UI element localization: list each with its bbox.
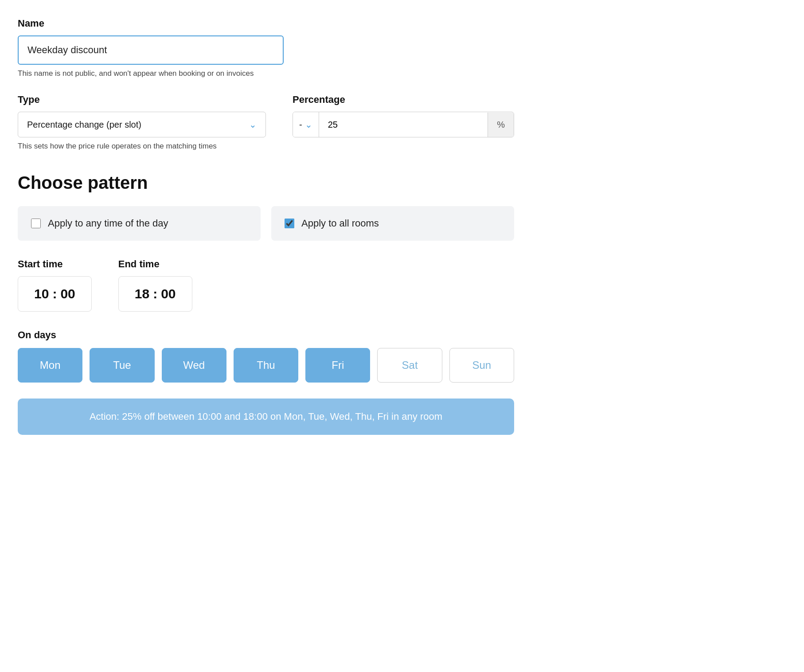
days-row: MonTueWedThuFriSatSun [18, 348, 514, 383]
type-section: Type Percentage change (per slot) ⌄ This… [18, 94, 266, 151]
start-time-box[interactable]: 10 : 00 [18, 276, 92, 312]
day-btn-sat[interactable]: Sat [377, 348, 442, 383]
end-time-colon: : [153, 286, 157, 301]
time-section: Start time 10 : 00 End time 18 : 00 [18, 258, 514, 312]
type-selected-value: Percentage change (per slot) [27, 120, 141, 130]
pattern-section: Choose pattern Apply to any time of the … [18, 173, 514, 241]
pattern-heading: Choose pattern [18, 173, 514, 193]
end-time-minutes: 00 [161, 286, 176, 301]
type-dropdown-icon: ⌄ [249, 119, 257, 130]
on-days-section: On days MonTueWedThuFriSatSun [18, 329, 514, 383]
end-time-hours: 18 [135, 286, 149, 301]
start-time-label: Start time [18, 258, 92, 270]
checkbox-row: Apply to any time of the day Apply to al… [18, 206, 514, 241]
day-btn-mon[interactable]: Mon [18, 348, 82, 383]
percentage-input-group: - ⌄ % [293, 112, 514, 137]
any-time-checkbox[interactable] [31, 219, 41, 228]
start-time-minutes: 00 [60, 286, 75, 301]
type-select[interactable]: Percentage change (per slot) ⌄ [18, 112, 266, 137]
day-btn-wed[interactable]: Wed [162, 348, 226, 383]
name-section: Name This name is not public, and won't … [18, 18, 514, 78]
any-time-label: Apply to any time of the day [48, 218, 168, 229]
percentage-section: Percentage - ⌄ % [293, 94, 514, 137]
name-label: Name [18, 18, 514, 29]
start-time-colon: : [52, 286, 57, 301]
all-rooms-label: Apply to all rooms [301, 218, 379, 229]
day-btn-thu[interactable]: Thu [234, 348, 298, 383]
any-time-card[interactable]: Apply to any time of the day [18, 206, 261, 241]
name-helper-text: This name is not public, and won't appea… [18, 69, 514, 78]
all-rooms-checkbox[interactable] [285, 219, 294, 228]
end-time-col: End time 18 : 00 [118, 258, 192, 312]
day-btn-sun[interactable]: Sun [449, 348, 514, 383]
percentage-unit: % [488, 113, 514, 137]
percentage-sign-value: - [299, 120, 302, 130]
day-btn-fri[interactable]: Fri [305, 348, 370, 383]
percentage-label: Percentage [293, 94, 514, 105]
end-time-label: End time [118, 258, 192, 270]
start-time-col: Start time 10 : 00 [18, 258, 92, 312]
start-time-hours: 10 [34, 286, 49, 301]
type-label: Type [18, 94, 266, 105]
type-percentage-row: Type Percentage change (per slot) ⌄ This… [18, 94, 514, 151]
name-input[interactable] [18, 35, 284, 65]
all-rooms-card[interactable]: Apply to all rooms [271, 206, 514, 241]
end-time-box[interactable]: 18 : 00 [118, 276, 192, 312]
on-days-label: On days [18, 329, 514, 341]
action-banner: Action: 25% off between 10:00 and 18:00 … [18, 399, 514, 435]
percentage-value-input[interactable] [319, 113, 488, 137]
percentage-sign-select[interactable]: - ⌄ [293, 112, 319, 137]
percentage-sign-dropdown-icon: ⌄ [305, 119, 312, 130]
type-helper-text: This sets how the price rule operates on… [18, 142, 266, 151]
day-btn-tue[interactable]: Tue [90, 348, 154, 383]
